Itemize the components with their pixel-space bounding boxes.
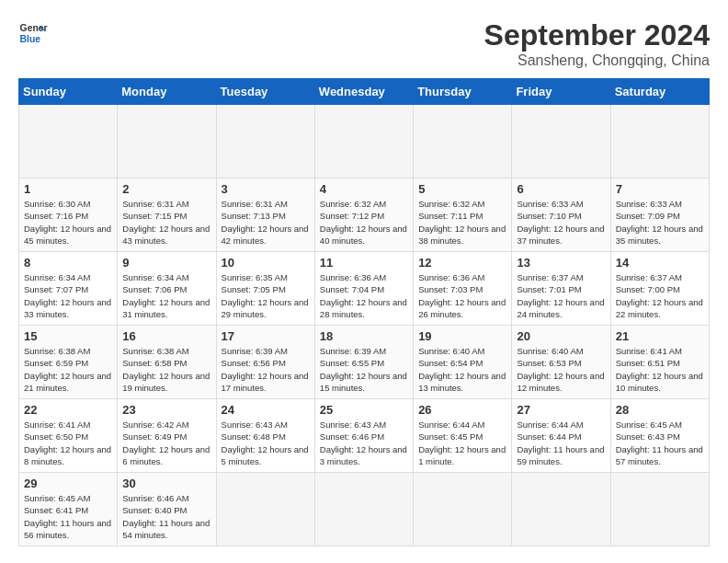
day-number: 29 bbox=[24, 477, 112, 490]
weekday-header-row: SundayMondayTuesdayWednesdayThursdayFrid… bbox=[19, 79, 710, 105]
day-number: 28 bbox=[616, 403, 704, 417]
day-number: 24 bbox=[222, 403, 310, 417]
day-info: Sunrise: 6:38 AMSunset: 6:59 PMDaylight:… bbox=[24, 345, 112, 394]
week-row-1: 1Sunrise: 6:30 AMSunset: 7:16 PMDaylight… bbox=[19, 178, 710, 252]
day-number: 11 bbox=[320, 256, 408, 270]
day-info: Sunrise: 6:41 AMSunset: 6:51 PMDaylight:… bbox=[616, 345, 704, 394]
calendar: SundayMondayTuesdayWednesdayThursdayFrid… bbox=[18, 78, 710, 546]
day-cell bbox=[512, 105, 610, 178]
day-cell: 26Sunrise: 6:44 AMSunset: 6:45 PMDayligh… bbox=[414, 399, 512, 473]
day-info: Sunrise: 6:33 AMSunset: 7:10 PMDaylight:… bbox=[517, 198, 605, 247]
day-info: Sunrise: 6:44 AMSunset: 6:44 PMDaylight:… bbox=[517, 419, 605, 467]
week-row-5: 29Sunrise: 6:45 AMSunset: 6:41 PMDayligh… bbox=[19, 473, 710, 546]
day-cell: 11Sunrise: 6:36 AMSunset: 7:04 PMDayligh… bbox=[314, 252, 413, 326]
day-cell bbox=[118, 105, 216, 178]
day-cell: 10Sunrise: 6:35 AMSunset: 7:05 PMDayligh… bbox=[216, 252, 314, 326]
day-cell bbox=[19, 105, 118, 178]
day-number: 17 bbox=[222, 329, 310, 343]
day-cell: 4Sunrise: 6:32 AMSunset: 7:12 PMDaylight… bbox=[314, 178, 413, 252]
day-cell: 24Sunrise: 6:43 AMSunset: 6:48 PMDayligh… bbox=[216, 399, 314, 473]
day-cell: 17Sunrise: 6:39 AMSunset: 6:56 PMDayligh… bbox=[216, 326, 314, 399]
day-number: 3 bbox=[222, 182, 310, 196]
day-cell bbox=[216, 473, 314, 546]
weekday-header-sunday: Sunday bbox=[19, 79, 118, 105]
day-info: Sunrise: 6:34 AMSunset: 7:06 PMDaylight:… bbox=[122, 271, 210, 320]
day-info: Sunrise: 6:41 AMSunset: 6:50 PMDaylight:… bbox=[24, 419, 112, 467]
day-cell: 28Sunrise: 6:45 AMSunset: 6:43 PMDayligh… bbox=[610, 399, 709, 473]
day-info: Sunrise: 6:45 AMSunset: 6:41 PMDaylight:… bbox=[24, 492, 112, 541]
day-info: Sunrise: 6:43 AMSunset: 6:46 PMDaylight:… bbox=[320, 419, 408, 467]
day-number: 15 bbox=[24, 329, 112, 343]
day-info: Sunrise: 6:39 AMSunset: 6:55 PMDaylight:… bbox=[320, 345, 408, 394]
day-cell: 30Sunrise: 6:46 AMSunset: 6:40 PMDayligh… bbox=[118, 473, 216, 546]
day-number: 19 bbox=[418, 329, 506, 343]
header: General Blue September 2024 Sansheng, Ch… bbox=[18, 18, 710, 69]
weekday-header-monday: Monday bbox=[118, 79, 216, 105]
day-cell: 2Sunrise: 6:31 AMSunset: 7:15 PMDaylight… bbox=[118, 178, 216, 252]
day-cell: 23Sunrise: 6:42 AMSunset: 6:49 PMDayligh… bbox=[118, 399, 216, 473]
day-info: Sunrise: 6:40 AMSunset: 6:54 PMDaylight:… bbox=[418, 345, 506, 394]
day-number: 22 bbox=[24, 403, 112, 417]
week-row-0 bbox=[19, 105, 710, 178]
day-cell: 8Sunrise: 6:34 AMSunset: 7:07 PMDaylight… bbox=[19, 252, 118, 326]
day-number: 9 bbox=[122, 256, 210, 270]
week-row-3: 15Sunrise: 6:38 AMSunset: 6:59 PMDayligh… bbox=[19, 326, 710, 399]
day-info: Sunrise: 6:40 AMSunset: 6:53 PMDaylight:… bbox=[517, 345, 605, 394]
day-info: Sunrise: 6:44 AMSunset: 6:45 PMDaylight:… bbox=[418, 419, 506, 467]
day-cell: 7Sunrise: 6:33 AMSunset: 7:09 PMDaylight… bbox=[610, 178, 709, 252]
day-number: 1 bbox=[24, 182, 112, 196]
weekday-header-friday: Friday bbox=[512, 79, 610, 105]
day-number: 7 bbox=[616, 182, 704, 196]
weekday-header-tuesday: Tuesday bbox=[216, 79, 314, 105]
svg-text:Blue: Blue bbox=[20, 34, 41, 44]
day-cell: 15Sunrise: 6:38 AMSunset: 6:59 PMDayligh… bbox=[19, 326, 118, 399]
logo-icon: General Blue bbox=[18, 18, 48, 48]
day-info: Sunrise: 6:35 AMSunset: 7:05 PMDaylight:… bbox=[222, 271, 310, 320]
day-cell: 19Sunrise: 6:40 AMSunset: 6:54 PMDayligh… bbox=[414, 326, 512, 399]
subtitle: Sansheng, Chongqing, China bbox=[484, 52, 710, 69]
weekday-header-wednesday: Wednesday bbox=[314, 79, 413, 105]
day-cell bbox=[610, 473, 709, 546]
day-number: 23 bbox=[122, 403, 210, 417]
day-cell: 6Sunrise: 6:33 AMSunset: 7:10 PMDaylight… bbox=[512, 178, 610, 252]
day-number: 10 bbox=[222, 256, 310, 270]
day-number: 8 bbox=[24, 256, 112, 270]
day-cell: 16Sunrise: 6:38 AMSunset: 6:58 PMDayligh… bbox=[118, 326, 216, 399]
day-number: 27 bbox=[517, 403, 605, 417]
title-area: September 2024 Sansheng, Chongqing, Chin… bbox=[484, 18, 710, 69]
day-number: 26 bbox=[418, 403, 506, 417]
weekday-header-saturday: Saturday bbox=[610, 79, 709, 105]
day-cell: 13Sunrise: 6:37 AMSunset: 7:01 PMDayligh… bbox=[512, 252, 610, 326]
day-cell bbox=[610, 105, 709, 178]
day-number: 6 bbox=[517, 182, 605, 196]
day-cell: 14Sunrise: 6:37 AMSunset: 7:00 PMDayligh… bbox=[610, 252, 709, 326]
day-number: 13 bbox=[517, 256, 605, 270]
day-number: 18 bbox=[320, 329, 408, 343]
day-number: 14 bbox=[616, 256, 704, 270]
day-number: 2 bbox=[122, 182, 210, 196]
day-info: Sunrise: 6:37 AMSunset: 7:00 PMDaylight:… bbox=[616, 271, 704, 320]
day-cell: 27Sunrise: 6:44 AMSunset: 6:44 PMDayligh… bbox=[512, 399, 610, 473]
day-info: Sunrise: 6:39 AMSunset: 6:56 PMDaylight:… bbox=[222, 345, 310, 394]
weekday-header-thursday: Thursday bbox=[414, 79, 512, 105]
day-number: 4 bbox=[320, 182, 408, 196]
day-info: Sunrise: 6:36 AMSunset: 7:04 PMDaylight:… bbox=[320, 271, 408, 320]
day-info: Sunrise: 6:36 AMSunset: 7:03 PMDaylight:… bbox=[418, 271, 506, 320]
day-cell: 18Sunrise: 6:39 AMSunset: 6:55 PMDayligh… bbox=[314, 326, 413, 399]
day-cell: 29Sunrise: 6:45 AMSunset: 6:41 PMDayligh… bbox=[19, 473, 118, 546]
day-cell bbox=[512, 473, 610, 546]
day-number: 21 bbox=[616, 329, 704, 343]
day-cell bbox=[314, 473, 413, 546]
day-info: Sunrise: 6:31 AMSunset: 7:15 PMDaylight:… bbox=[122, 198, 210, 247]
day-info: Sunrise: 6:46 AMSunset: 6:40 PMDaylight:… bbox=[122, 492, 210, 541]
logo: General Blue bbox=[18, 18, 48, 48]
day-info: Sunrise: 6:33 AMSunset: 7:09 PMDaylight:… bbox=[616, 198, 704, 247]
day-number: 16 bbox=[122, 329, 210, 343]
day-number: 5 bbox=[418, 182, 506, 196]
week-row-4: 22Sunrise: 6:41 AMSunset: 6:50 PMDayligh… bbox=[19, 399, 710, 473]
day-cell: 5Sunrise: 6:32 AMSunset: 7:11 PMDaylight… bbox=[414, 178, 512, 252]
day-cell: 21Sunrise: 6:41 AMSunset: 6:51 PMDayligh… bbox=[610, 326, 709, 399]
day-info: Sunrise: 6:32 AMSunset: 7:12 PMDaylight:… bbox=[320, 198, 408, 247]
day-number: 25 bbox=[320, 403, 408, 417]
day-info: Sunrise: 6:42 AMSunset: 6:49 PMDaylight:… bbox=[122, 419, 210, 467]
